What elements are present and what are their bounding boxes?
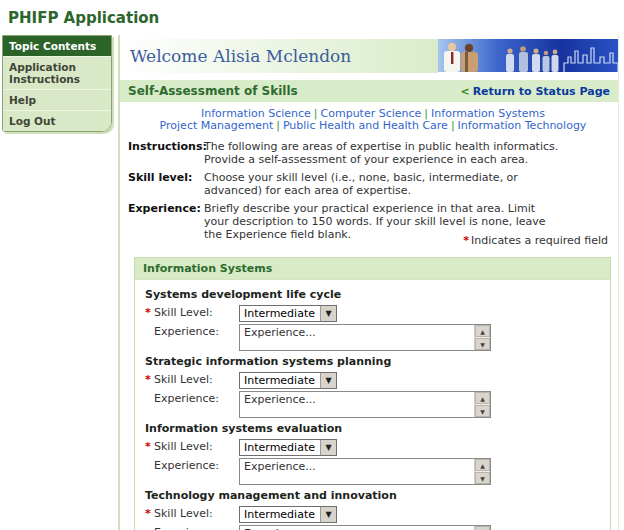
skill-group-strategic-information-systems-planning: Strategic information systems planning *… [145,356,600,418]
scroll-up-icon[interactable]: ▲ [475,325,490,337]
experience-field: ▲ ▼ [239,391,491,418]
required-asterisk: * [463,234,469,247]
scroll-down-icon[interactable]: ▼ [475,405,490,417]
skill-level-select[interactable]: Intermediate ▼ [239,439,337,456]
welcome-header: Welcome Alisia Mclendon [120,37,618,74]
experience-field: ▲ ▼ [239,525,491,530]
skill-level-select[interactable]: Intermediate ▼ [239,305,337,322]
return-link-label: Return to Status Page [473,85,610,98]
page-layout: Topic Contents Application Instructions … [0,35,624,530]
instruction-row: Skill level: Choose your skill level (i.… [128,171,618,197]
experience-row: Experience: ▲ ▼ [145,458,600,485]
skill-group-information-systems-evaluation: Information systems evaluation *Skill Le… [145,423,600,485]
experience-label: Experience: [154,458,219,473]
nav-separator: | [276,119,280,132]
instructions-label: Instructions: [128,140,204,166]
sidebar-item-application-instructions[interactable]: Application Instructions [3,56,111,89]
dropdown-arrow-icon[interactable]: ▼ [320,373,336,388]
textarea-scrollbar[interactable]: ▲ ▼ [474,392,490,417]
skill-level-note-label: Skill level: [128,171,204,197]
scroll-up-icon[interactable]: ▲ [475,459,490,471]
skill-level-value: Intermediate [240,507,320,522]
skill-level-label: Skill Level: [154,305,213,320]
skill-level-select[interactable]: Intermediate ▼ [239,372,337,389]
experience-label: Experience: [154,391,219,406]
experience-field: ▲ ▼ [239,458,491,485]
scroll-up-icon[interactable]: ▲ [475,392,490,404]
skill-level-row: *Skill Level: Intermediate ▼ [145,439,600,456]
required-asterisk: * [145,506,154,521]
back-arrow-icon: < [460,85,469,98]
skill-level-select[interactable]: Intermediate ▼ [239,506,337,523]
skill-level-row: *Skill Level: Intermediate ▼ [145,372,600,389]
skill-area-title: Information systems evaluation [145,423,600,435]
banner-image [438,39,618,72]
skill-level-row: *Skill Level: Intermediate ▼ [145,305,600,322]
dropdown-arrow-icon[interactable]: ▼ [320,440,336,455]
experience-label: Experience: [154,324,219,339]
scroll-down-icon[interactable]: ▼ [475,338,490,350]
skill-level-value: Intermediate [240,373,320,388]
required-asterisk: * [145,305,154,320]
experience-row: Experience: ▲ ▼ [145,391,600,418]
skill-level-value: Intermediate [240,306,320,321]
nav-link-public-health-and-health-care[interactable]: Public Health and Health Care [283,119,448,132]
skill-level-value: Intermediate [240,440,320,455]
experience-textarea[interactable] [240,459,474,484]
welcome-text: Welcome Alisia Mclendon [120,46,351,66]
sidebar: Topic Contents Application Instructions … [0,35,118,530]
experience-textarea[interactable] [240,526,474,530]
skill-level-label: Skill Level: [154,439,213,454]
information-systems-section: Information Systems Systems development … [134,257,611,530]
sidebar-item-help[interactable]: Help [3,89,111,110]
return-to-status-link[interactable]: <Return to Status Page [460,85,610,98]
section-header: Information Systems [135,258,610,280]
dropdown-arrow-icon[interactable]: ▼ [320,306,336,321]
experience-field: ▲ ▼ [239,324,491,351]
main-panel: Welcome Alisia Mclendon [118,35,619,530]
nav-link-project-management[interactable]: Project Management [160,119,274,132]
menu-header: Topic Contents [3,36,111,56]
experience-textarea[interactable] [240,392,474,417]
scroll-up-icon[interactable]: ▲ [475,526,490,530]
content-area: Information Science|Computer Science|Inf… [120,102,618,530]
page-title-bar: Self-Assessment of Skills <Return to Sta… [120,80,618,102]
instruction-row: Instructions: The following are areas of… [128,140,618,166]
skill-level-row: *Skill Level: Intermediate ▼ [145,506,600,523]
skill-area-title: Strategic information systems planning [145,356,600,368]
section-body: Systems development life cycle *Skill Le… [135,280,610,530]
experience-textarea[interactable] [240,325,474,350]
skill-group-systems-development-life-cycle: Systems development life cycle *Skill Le… [145,289,600,351]
topic-contents-menu: Topic Contents Application Instructions … [2,35,112,132]
textarea-scrollbar[interactable]: ▲ ▼ [474,459,490,484]
required-note-text: Indicates a required field [471,234,608,247]
experience-note-label: Experience: [128,202,204,241]
required-asterisk: * [145,372,154,387]
sidebar-item-log-out[interactable]: Log Out [3,110,111,131]
textarea-scrollbar[interactable]: ▲ ▼ [474,526,490,530]
skill-group-technology-management-and-innovation: Technology management and innovation *Sk… [145,490,600,530]
page-title: Self-Assessment of Skills [128,84,298,98]
skill-level-note-text: Choose your skill level (i.e., none, bas… [204,171,562,197]
instructions-block: Instructions: The following are areas of… [128,140,618,241]
nav-link-information-technology[interactable]: Information Technology [458,119,587,132]
experience-row: Experience: ▲ ▼ [145,324,600,351]
skill-level-label: Skill Level: [154,372,213,387]
app-title: PHIFP Application [0,0,624,35]
skill-level-label: Skill Level: [154,506,213,521]
dropdown-arrow-icon[interactable]: ▼ [320,507,336,522]
experience-row: Experience: ▲ ▼ [145,525,600,530]
textarea-scrollbar[interactable]: ▲ ▼ [474,325,490,350]
nav-separator: | [451,119,455,132]
instructions-text: The following are areas of expertise in … [204,140,562,166]
skill-area-title: Technology management and innovation [145,490,600,502]
skill-area-title: Systems development life cycle [145,289,600,301]
scroll-down-icon[interactable]: ▼ [475,472,490,484]
category-nav-row2: Project Management|Public Health and Hea… [128,120,618,132]
required-asterisk: * [145,439,154,454]
welcome-gradient-band: Welcome Alisia Mclendon [120,39,438,73]
experience-label: Experience: [154,525,219,530]
category-nav: Information Science|Computer Science|Inf… [128,108,618,132]
